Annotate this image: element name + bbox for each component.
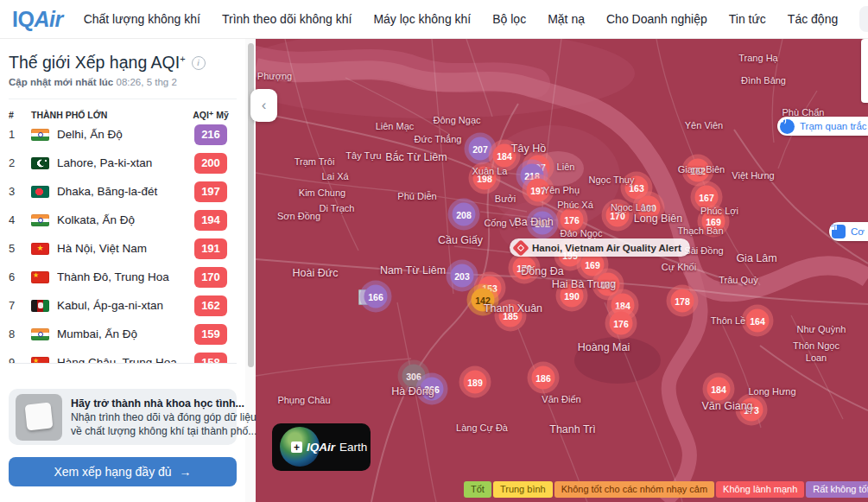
aqi-marker[interactable]: 184 [493, 144, 516, 168]
legend-item: Không lành mạnh [716, 481, 804, 498]
aqi-marker[interactable]: 178 [671, 289, 694, 313]
sidebar-collapse-button[interactable]: ‹ [250, 89, 277, 122]
search-box[interactable] [859, 6, 868, 32]
aqi-marker[interactable]: 164 [746, 309, 770, 333]
aqi-marker[interactable]: 162 [687, 159, 710, 182]
table-row[interactable]: 9Hàng Châu, Trung Hoa158 [9, 348, 237, 363]
legend-item: Rất không tốt [806, 481, 868, 498]
aqi-map[interactable]: 2071841972181981971631621671601702081762… [256, 39, 868, 502]
aqi-badge: 191 [194, 238, 227, 259]
row-city: Hà Nội, Việt Nam [57, 242, 194, 255]
row-city: Thành Đô, Trung Hoa [57, 270, 194, 283]
aqi-marker[interactable]: 179 [513, 257, 536, 280]
row-city: Delhi, Ấn Độ [57, 128, 194, 141]
table-row[interactable]: 3Dhaka, Băng-la-đét197 [9, 177, 237, 206]
nav-item-1[interactable]: Trình theo dõi không khí [222, 12, 352, 26]
full-ranking-button[interactable]: Xem xếp hạng đầy đủ→ [9, 457, 237, 486]
in-flag-icon [31, 328, 49, 340]
agency-toggle-button[interactable]: Cơ [829, 222, 868, 241]
ranking-list: 1Delhi, Ấn Độ2162Lahore, Pa-ki-xtan2003D… [9, 120, 237, 363]
aqi-badge: 216 [194, 124, 227, 145]
nav-menu: Chất lượng không khíTrình theo dõi không… [84, 12, 860, 26]
station-icon [780, 119, 795, 134]
row-rank: 9 [9, 356, 31, 363]
earth-suffix: Earth [339, 441, 367, 454]
iqair-logo[interactable]: IQAir [12, 7, 63, 32]
promo-line1: Nhận trình theo dõi và đóng góp dữ liệu [71, 410, 230, 424]
divider [9, 363, 237, 364]
aqi-marker[interactable]: 203 [451, 264, 474, 288]
contributor-promo-card[interactable]: Hãy trở thành nhà khoa học tình... Nhận … [9, 389, 237, 445]
af-flag-icon [31, 300, 49, 312]
table-row[interactable]: 6Thành Đô, Trung Hoa170 [9, 263, 237, 291]
aqi-marker[interactable]: 173 [740, 398, 763, 422]
aqi-marker[interactable]: 169 [702, 210, 725, 233]
earth-brand: IQAir [307, 441, 335, 454]
table-row[interactable]: 2Lahore, Pa-ki-xtan200 [9, 149, 237, 177]
row-city: Dhaka, Băng-la-đét [57, 185, 194, 198]
nav-item-2[interactable]: Máy lọc không khí [373, 12, 471, 26]
top-nav: IQAir Chất lượng không khíTrình theo dõi… [0, 0, 868, 39]
iqair-earth-widget[interactable]: + IQAir Earth [272, 423, 371, 471]
stations-toggle-button[interactable]: Trạm quan trắc chấ [777, 117, 868, 136]
aqi-marker[interactable]: 176 [561, 208, 584, 232]
pk-flag-icon [31, 157, 49, 169]
aqi-marker[interactable]: 189 [464, 371, 487, 394]
legend-item: Trung bình [493, 481, 553, 498]
table-row[interactable]: 1Delhi, Ấn Độ216 [9, 120, 237, 149]
aqi-marker[interactable]: 142 [472, 289, 495, 312]
aqi-marker[interactable]: 185 [499, 304, 523, 327]
aqi-marker[interactable]: 198 [473, 167, 497, 190]
nav-item-7[interactable]: Tác động [788, 12, 838, 26]
ranking-table-header: # THÀNH PHỐ LỚN AQI⁺ Mỹ [9, 98, 237, 120]
col-aqi: AQI⁺ Mỹ [187, 110, 235, 120]
aqi-marker[interactable]: 160 [637, 196, 661, 219]
air-quality-alert-banner[interactable]: Hanoi, Vietnam Air Quality Alert [510, 238, 690, 257]
last-updated: Cập nhật mới nhất lúc 08:26, 5 thg 2 [9, 77, 237, 87]
ranking-sidebar: Thế giới Xếp hạng AQI+ i Cập nhật mới nh… [0, 39, 245, 502]
vn-flag-icon: ★ [31, 243, 49, 255]
aqi-marker[interactable]: 208 [453, 203, 476, 226]
cn-flag-icon [31, 357, 49, 364]
row-rank: 3 [9, 185, 31, 198]
aqi-marker[interactable]: 167 [695, 186, 719, 209]
aqi-marker[interactable]: 202 [531, 212, 554, 235]
in-flag-icon [31, 129, 49, 141]
row-rank: 5 [9, 242, 31, 255]
bd-flag-icon [31, 186, 49, 198]
table-row[interactable]: 5★Hà Nội, Việt Nam191 [9, 234, 237, 263]
aqi-badge: 194 [194, 210, 227, 231]
aqi-marker[interactable]: 187 [597, 273, 620, 296]
arrow-right-icon: → [180, 465, 192, 479]
promo-title: Hãy trở thành nhà khoa học tình... [71, 397, 230, 410]
row-city: Kolkata, Ấn Độ [57, 213, 194, 226]
aqi-marker[interactable]: 186 [532, 366, 555, 390]
legend-item: Tốt [464, 481, 491, 498]
aqi-marker[interactable]: 166 [364, 285, 388, 308]
nav-item-3[interactable]: Bộ lọc [492, 12, 526, 26]
row-city: Lahore, Pa-ki-xtan [57, 156, 194, 169]
logo-iq: IQ [12, 7, 34, 31]
nav-item-5[interactable]: Cho Doanh nghiệp [606, 12, 707, 26]
aqi-marker[interactable]: 197 [527, 179, 550, 202]
aqi-marker[interactable]: 207 [469, 137, 492, 161]
row-city: Kabul, Áp-ga-ni-xtan [57, 299, 194, 312]
row-rank: 7 [9, 299, 31, 312]
nav-item-6[interactable]: Tin tức [729, 12, 766, 26]
aqi-marker[interactable]: 176 [610, 312, 633, 335]
map-side-panel-edge[interactable] [861, 39, 868, 103]
aqi-marker[interactable]: 266 [421, 378, 444, 401]
info-icon[interactable]: i [192, 56, 206, 70]
monitor-device-image [16, 394, 62, 441]
aqi-marker[interactable]: 184 [707, 378, 731, 401]
aqi-badge: 158 [194, 353, 227, 364]
table-row[interactable]: 8Mumbai, Ấn Độ159 [9, 320, 237, 348]
aqi-marker[interactable]: 170 [606, 204, 630, 227]
table-row[interactable]: 7Kabul, Áp-ga-ni-xtan162 [9, 291, 237, 320]
nav-item-4[interactable]: Mặt nạ [548, 12, 585, 26]
aqi-legend: TốtTrung bìnhKhông tốt cho các nhóm nhạy… [464, 481, 868, 498]
table-row[interactable]: 4Kolkata, Ấn Độ194 [9, 206, 237, 234]
row-rank: 8 [9, 327, 31, 340]
aqi-marker[interactable]: 190 [561, 284, 584, 308]
nav-item-0[interactable]: Chất lượng không khí [84, 12, 200, 26]
